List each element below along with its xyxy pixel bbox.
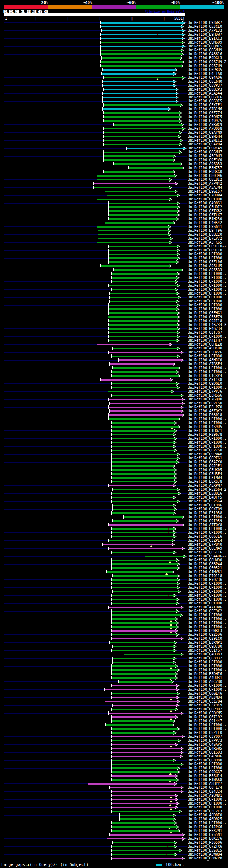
alignment-row[interactable]: UniRef100_UPI000..	[0, 593, 228, 597]
hit-label[interactable]: UniRef100_A5A544	[188, 91, 222, 95]
alignment-row[interactable]: UniRef100_UPI000..	[0, 272, 228, 276]
hit-label[interactable]: UniRef100_UPI000..	[188, 597, 226, 601]
alignment-bar[interactable]	[111, 748, 181, 749]
alignment-bar[interactable]	[109, 328, 177, 330]
alignment-bar[interactable]	[100, 26, 181, 27]
alignment-row[interactable]: UniRef100_B7EV72	[0, 236, 228, 240]
alignment-bar[interactable]	[109, 418, 178, 420]
alignment-row[interactable]: UniRef100_Q66MH9	[0, 48, 228, 52]
alignment-row[interactable]: UniRef100_A6ZQK2	[0, 409, 228, 413]
alignment-bar[interactable]	[101, 379, 170, 381]
alignment-bar[interactable]	[112, 583, 177, 584]
hit-label[interactable]: UniRef100_B7PP73	[188, 739, 222, 742]
alignment-bar[interactable]	[112, 395, 181, 396]
alignment-row[interactable]: UniRef100_Q94A06-2	[0, 554, 228, 558]
alignment-row[interactable]: UniRef100_C0HEZ8	[0, 342, 228, 346]
hit-label[interactable]: UniRef100_Q3U3F4	[188, 472, 222, 476]
alignment-bar[interactable]	[112, 446, 173, 447]
hit-label[interactable]: UniRef100_A7PM42	[188, 182, 222, 185]
hit-label[interactable]: UniRef100_Q8ISD3	[188, 750, 222, 754]
alignment-row[interactable]: UniRef100_A5AJM4	[0, 185, 228, 189]
alignment-bar[interactable]	[112, 799, 175, 800]
alignment-bar[interactable]	[109, 203, 177, 204]
alignment-row[interactable]: UniRef100_Q91YS7	[0, 648, 228, 652]
alignment-bar[interactable]	[113, 163, 180, 165]
alignment-row[interactable]: UniRef100_Q93WR7	[0, 21, 228, 25]
hit-label[interactable]: UniRef100_Q9S7U9	[188, 64, 222, 68]
alignment-row[interactable]: UniRef100_A9UM81	[0, 793, 228, 797]
alignment-bar[interactable]	[112, 693, 177, 694]
hit-label[interactable]: UniRef100_C3Y9K9	[188, 703, 222, 707]
alignment-row[interactable]: UniRef100_Q5VP37	[0, 83, 228, 87]
hit-label[interactable]: UniRef100_UPI000..	[188, 354, 226, 358]
alignment-bar[interactable]	[112, 858, 182, 859]
alignment-row[interactable]: UniRef100_C1C3Y4	[0, 374, 228, 378]
alignment-row[interactable]: UniRef100_Q40542	[0, 221, 228, 225]
alignment-bar[interactable]	[112, 634, 176, 635]
hit-label[interactable]: UniRef100_Q6GL46	[188, 691, 222, 695]
hit-label[interactable]: UniRef100_A5C0U3	[188, 154, 222, 158]
alignment-bar[interactable]	[112, 497, 173, 498]
alignment-bar[interactable]	[112, 646, 173, 647]
alignment-bar[interactable]	[112, 697, 176, 698]
alignment-row[interactable]: UniRef100_B5SU15	[0, 848, 228, 852]
hit-label[interactable]: UniRef100_A7U0S8	[188, 127, 222, 131]
alignment-bar[interactable]	[112, 630, 175, 632]
alignment-bar[interactable]	[112, 732, 173, 734]
alignment-bar[interactable]	[102, 93, 176, 94]
alignment-row[interactable]: UniRef100_UPI000..	[0, 762, 228, 766]
alignment-row[interactable]: UniRef100_Q069I6	[0, 95, 228, 99]
alignment-bar[interactable]	[112, 461, 176, 463]
hit-label[interactable]: UniRef100_C3Y007	[188, 735, 222, 739]
alignment-row[interactable]: UniRef100_A8HRC0	[0, 358, 228, 362]
hit-label[interactable]: UniRef100_UPI000..	[188, 421, 226, 425]
alignment-row[interactable]: UniRef100_UPI000..	[0, 660, 228, 664]
alignment-row[interactable]: UniRef100_B1H230	[0, 217, 228, 221]
hit-label[interactable]: UniRef100_Q498S1	[188, 201, 222, 205]
hit-label[interactable]: UniRef100_B8B220	[188, 233, 222, 236]
hit-label[interactable]: UniRef100_C1MV61	[188, 570, 222, 574]
alignment-bar[interactable]	[112, 771, 177, 773]
alignment-row[interactable]: UniRef100_UPI000..	[0, 354, 228, 358]
hit-label[interactable]: UniRef100_B3RNP1	[188, 640, 222, 644]
alignment-bar[interactable]	[111, 744, 175, 745]
alignment-row[interactable]: UniRef100_B8XSJ8	[0, 480, 228, 484]
hit-label[interactable]: UniRef100_B3RSG6	[188, 393, 222, 397]
alignment-row[interactable]: UniRef100_A3FK65	[0, 240, 228, 244]
hit-label[interactable]: UniRef100_A0D025	[188, 817, 222, 821]
hit-label[interactable]: UniRef100_Q8BP44	[188, 562, 222, 566]
alignment-bar[interactable]	[109, 642, 174, 643]
alignment-bar[interactable]	[100, 38, 182, 39]
alignment-row[interactable]: UniRef100_Q7ZTX6	[0, 844, 228, 848]
alignment-bar[interactable]	[112, 469, 174, 471]
alignment-row[interactable]: UniRef100_UPI000..	[0, 299, 228, 303]
hit-label[interactable]: UniRef100_UPI000..	[188, 370, 226, 374]
hit-label[interactable]: UniRef100_Q7ZTX6	[188, 844, 222, 848]
hit-label[interactable]: UniRef100_A7THW6	[188, 605, 222, 609]
alignment-row[interactable]: UniRef100_Q5QN75	[0, 115, 228, 119]
hit-label[interactable]: UniRef100_Q6FHG1	[188, 311, 222, 315]
alignment-row[interactable]: UniRef100_B9RKG0	[0, 170, 228, 174]
hit-label[interactable]: UniRef100_Q6P9H2	[188, 707, 222, 711]
hit-label[interactable]: UniRef100_UPI000..	[188, 688, 226, 691]
alignment-bar[interactable]	[119, 681, 171, 683]
alignment-bar[interactable]	[112, 736, 182, 737]
alignment-row[interactable]: UniRef100_B4PWU6	[0, 754, 228, 758]
alignment-row[interactable]: UniRef100_UPI000..	[0, 589, 228, 593]
hit-label[interactable]: UniRef100_UPI000..	[188, 287, 226, 291]
alignment-row[interactable]: UniRef100_Q63932	[0, 656, 228, 660]
hit-label[interactable]: UniRef100_A0JMU4	[188, 695, 222, 699]
alignment-row[interactable]: UniRef100_B9HDW7	[0, 32, 228, 36]
alignment-row[interactable]: UniRef100_UPI000..	[0, 668, 228, 672]
alignment-bar[interactable]	[100, 42, 182, 43]
alignment-bar[interactable]	[103, 128, 182, 129]
hit-label[interactable]: UniRef100_Q6CN49	[188, 546, 222, 550]
alignment-row[interactable]: UniRef100_Q9D7B0	[0, 644, 228, 648]
alignment-row[interactable]: UniRef100_Q0Z7Z4	[0, 111, 228, 115]
alignment-row[interactable]: UniRef100_B9FT96	[0, 229, 228, 233]
hit-label[interactable]: UniRef100_Q91447	[188, 719, 222, 723]
hit-label[interactable]: UniRef100_C3ZPE4	[188, 538, 222, 542]
alignment-bar[interactable]	[112, 563, 177, 565]
alignment-row[interactable]: UniRef100_A8XPM7	[0, 484, 228, 487]
alignment-bar[interactable]	[109, 324, 177, 326]
